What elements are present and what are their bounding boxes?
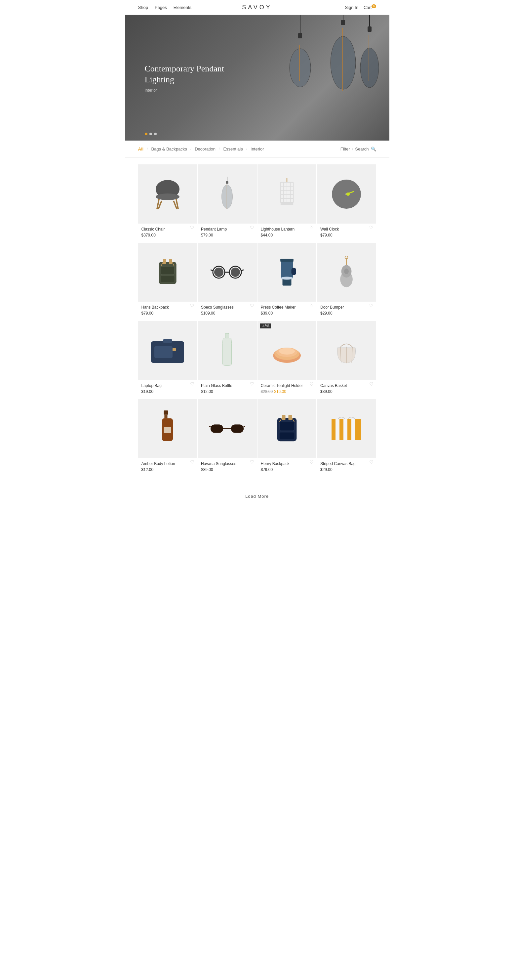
product-card[interactable]: Havana Sunglasses $89.00 ♡ (198, 399, 257, 477)
product-name: Lighthouse Lantern (261, 227, 313, 232)
svg-rect-64 (225, 333, 229, 338)
product-card[interactable]: Striped Canvas Bag $29.00 ♡ (317, 399, 376, 477)
search-icon[interactable]: 🔍 (371, 146, 376, 151)
wishlist-button[interactable]: ♡ (309, 303, 314, 308)
product-price: $39.00 (320, 389, 373, 394)
product-card[interactable]: Canvas Basket $39.00 ♡ (317, 321, 376, 399)
filter-essentials[interactable]: Essentials (220, 146, 246, 151)
product-name: Pendant Lamp (201, 227, 254, 232)
product-image (198, 243, 257, 302)
product-price: $19.00 (141, 389, 194, 394)
product-card[interactable]: Classic Chair $379.00 ♡ (138, 164, 197, 242)
wishlist-button[interactable]: ♡ (190, 460, 194, 465)
svg-rect-73 (165, 415, 168, 418)
product-card[interactable]: Laptop Bag $19.00 ♡ (138, 321, 197, 399)
wishlist-button[interactable]: ♡ (369, 381, 373, 387)
filter-decoration[interactable]: Decoration (191, 146, 219, 151)
product-card[interactable]: Henry Backpack $79.00 ♡ (257, 399, 317, 477)
wishlist-button[interactable]: ♡ (309, 225, 314, 230)
main-nav: Shop Pages Elements (138, 5, 191, 10)
product-image (317, 321, 376, 380)
product-card[interactable]: Wall Clock $79.00 ♡ (317, 164, 376, 242)
hero-subtitle: Interior (145, 88, 224, 92)
svg-rect-85 (282, 415, 286, 420)
product-price: $89.00 (201, 467, 254, 472)
hero-dot-3[interactable] (154, 133, 157, 135)
wishlist-button[interactable]: ♡ (369, 303, 373, 308)
product-name: Hans Backpack (141, 305, 194, 310)
svg-point-46 (231, 267, 240, 277)
nav-shop[interactable]: Shop (138, 5, 148, 10)
product-name: Wall Clock (320, 227, 373, 232)
filter-bags[interactable]: Bags & Backpacks (148, 146, 190, 151)
filter-all[interactable]: All (138, 146, 147, 151)
nav-elements[interactable]: Elements (173, 5, 191, 10)
wishlist-button[interactable]: ♡ (190, 381, 194, 387)
product-price: $39.00 (261, 311, 313, 315)
search-label[interactable]: Search (355, 146, 368, 151)
product-info: Wall Clock $79.00 (317, 224, 376, 242)
wishlist-button[interactable]: ♡ (309, 460, 314, 465)
wishlist-button[interactable]: ♡ (369, 460, 373, 465)
product-card[interactable]: Press Coffee Maker $39.00 ♡ (257, 243, 317, 320)
product-card[interactable]: -43% Ceramic Tealight Holder $28.00$16.0… (257, 321, 317, 399)
product-info: Canvas Basket $39.00 (317, 380, 376, 399)
product-info: Press Coffee Maker $39.00 (257, 302, 317, 320)
wishlist-button[interactable]: ♡ (250, 225, 254, 230)
product-image (198, 164, 257, 224)
product-name: Specs Sunglasses (201, 305, 254, 310)
product-image (138, 321, 197, 380)
product-card[interactable]: Pendant Lamp $79.00 ♡ (198, 164, 257, 242)
product-card[interactable]: Specs Sunglasses $109.00 ♡ (198, 243, 257, 320)
svg-rect-82 (231, 425, 244, 433)
load-more-button[interactable]: Load More (245, 494, 269, 499)
product-card[interactable]: Lighthouse Lantern $44.00 ♡ (257, 164, 317, 242)
sign-in-link[interactable]: Sign In (345, 5, 358, 10)
site-logo[interactable]: SAVOY (242, 4, 272, 11)
svg-rect-5 (341, 20, 345, 25)
svg-rect-86 (288, 415, 292, 420)
product-info: Specs Sunglasses $109.00 (198, 302, 257, 320)
wishlist-button[interactable]: ♡ (309, 381, 314, 387)
svg-rect-75 (164, 427, 171, 433)
wishlist-button[interactable]: ♡ (250, 460, 254, 465)
svg-rect-63 (173, 348, 176, 351)
wishlist-button[interactable]: ♡ (369, 225, 373, 230)
product-info: Pendant Lamp $79.00 (198, 224, 257, 242)
filter-label[interactable]: Filter (341, 146, 350, 151)
product-name: Ceramic Tealight Holder (261, 383, 313, 388)
svg-rect-61 (163, 339, 172, 343)
wishlist-button[interactable]: ♡ (190, 303, 194, 308)
product-info: Plain Glass Bottle $12.00 (198, 380, 257, 399)
hero-dot-2[interactable] (149, 133, 152, 135)
product-price: $79.00 (261, 467, 313, 472)
wishlist-button[interactable]: ♡ (190, 225, 194, 230)
product-image (138, 243, 197, 302)
wishlist-button[interactable]: ♡ (250, 303, 254, 308)
product-name: Striped Canvas Bag (320, 461, 373, 466)
product-image (138, 399, 197, 458)
svg-rect-50 (281, 260, 293, 278)
svg-rect-91 (332, 419, 335, 440)
svg-rect-89 (280, 433, 294, 439)
filter-bar: All / Bags & Backpacks / Decoration / Es… (125, 140, 389, 158)
svg-rect-54 (291, 268, 296, 275)
product-card[interactable]: Door Bumper $29.00 ♡ (317, 243, 376, 320)
hero-dot-1[interactable] (145, 133, 148, 135)
cart-link[interactable]: Cart0 (363, 5, 376, 10)
filter-interior[interactable]: Interior (247, 146, 267, 151)
product-image (198, 399, 257, 458)
wishlist-button[interactable]: ♡ (250, 381, 254, 387)
svg-rect-72 (164, 410, 168, 415)
product-card[interactable]: Hans Backpack $79.00 ♡ (138, 243, 197, 320)
svg-line-79 (209, 426, 211, 427)
product-info: Amber Body Lotion $12.00 (138, 458, 197, 477)
product-info: Classic Chair $379.00 (138, 224, 197, 242)
product-card[interactable]: Plain Glass Bottle $12.00 ♡ (198, 321, 257, 399)
product-info: Lighthouse Lantern $44.00 (257, 224, 317, 242)
product-card[interactable]: Amber Body Lotion $12.00 ♡ (138, 399, 197, 477)
product-image (257, 399, 317, 458)
nav-pages[interactable]: Pages (155, 5, 167, 10)
product-price: $109.00 (201, 311, 254, 315)
svg-point-2 (290, 49, 311, 87)
